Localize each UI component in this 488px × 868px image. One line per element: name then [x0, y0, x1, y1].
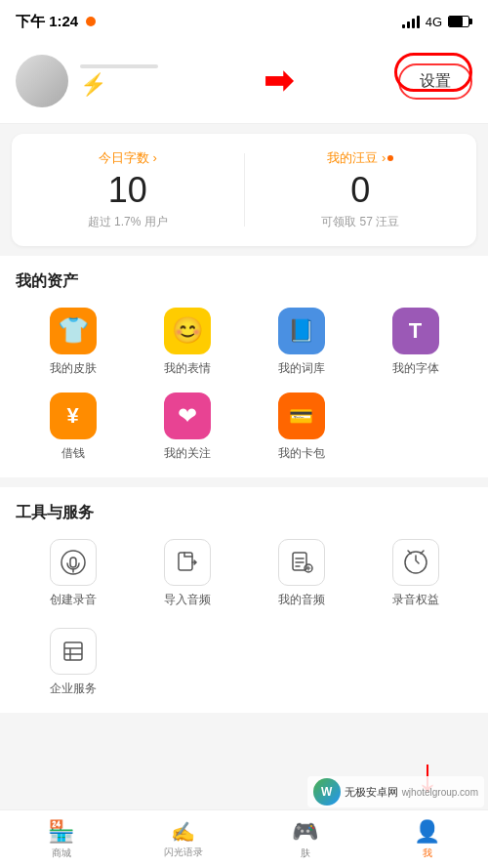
shop-label: 商城	[52, 847, 71, 860]
enterprise-label: 企业服务	[50, 681, 97, 697]
avatar[interactable]	[16, 55, 68, 107]
today-words-subtext: 超过 1.7% 用户	[88, 214, 168, 230]
asset-font[interactable]: T 我的字体	[358, 308, 472, 377]
status-bar: 下午 1:24 4G	[0, 0, 488, 43]
me-label: 我	[423, 847, 432, 860]
settings-button[interactable]: 设置	[398, 63, 472, 100]
create-recording-label: 创建录音	[50, 592, 97, 608]
tool-import-audio[interactable]: 导入音频	[130, 539, 244, 608]
svg-rect-3	[179, 553, 192, 570]
font-label: 我的字体	[392, 360, 439, 377]
battery-icon	[448, 16, 472, 27]
font-icon: T	[392, 308, 439, 354]
asset-wallet[interactable]: 💳 我的卡包	[244, 393, 358, 462]
wangdou-stat[interactable]: 我的汪豆 › 0 可领取 57 汪豆	[245, 149, 477, 230]
asset-follow[interactable]: ❤ 我的关注	[130, 393, 244, 462]
wangdou-value: 0	[350, 171, 370, 210]
lightning-icon: ⚡	[80, 72, 158, 98]
asset-dictionary[interactable]: 📘 我的词库	[244, 308, 358, 377]
red-right-arrow-icon: ➡	[264, 61, 293, 102]
asset-emoji[interactable]: 😊 我的表情	[130, 308, 244, 377]
svg-rect-12	[64, 642, 82, 660]
dictionary-label: 我的词库	[278, 360, 325, 377]
stats-card: 今日字数 › 10 超过 1.7% 用户 我的汪豆 › 0 可领取 57 汪豆	[12, 134, 476, 246]
recording-rights-label: 录音权益	[392, 592, 439, 608]
assets-title: 我的资产	[16, 271, 472, 292]
tools-grid: 创建录音 导入音频	[16, 539, 472, 697]
wangdou-label: 我的汪豆 ›	[327, 149, 393, 167]
create-recording-icon	[50, 539, 97, 586]
follow-label: 我的关注	[164, 445, 211, 462]
nav-shop[interactable]: 🏪 商城	[0, 819, 122, 860]
shop-icon: 🏪	[48, 819, 74, 845]
recording-rights-icon	[392, 539, 439, 586]
username-placeholder	[80, 64, 158, 68]
profile-left: ⚡	[16, 55, 158, 107]
bottom-nav: 🏪 商城 ✍️ 闪光语录 🎮 肤 👤 我	[0, 809, 488, 868]
me-icon: 👤	[414, 819, 440, 845]
profile-header: ⚡ ➡ 设置	[0, 43, 488, 124]
watermark-logo: W	[313, 778, 341, 806]
enterprise-icon	[50, 628, 97, 675]
network-label: 4G	[426, 15, 442, 29]
wallet-label: 我的卡包	[278, 445, 325, 462]
signal-icon	[402, 15, 420, 28]
follow-icon: ❤	[164, 393, 211, 439]
tool-create-recording[interactable]: 创建录音	[16, 539, 130, 608]
loan-label: 借钱	[61, 445, 85, 462]
tools-section: 工具与服务 创建录音 导入音频	[0, 487, 488, 713]
watermark-text: 无极安卓网	[345, 785, 398, 800]
watermark-url: wjhotelgroup.com	[402, 787, 478, 798]
wallet-icon: 💳	[278, 393, 325, 439]
status-indicators: 4G	[402, 15, 472, 29]
emoji-label: 我的表情	[164, 360, 211, 377]
tool-recording-rights[interactable]: 录音权益	[358, 539, 472, 608]
nav-me[interactable]: 👤 我	[366, 819, 488, 860]
loan-icon: ¥	[50, 393, 97, 439]
svg-rect-1	[70, 558, 76, 567]
today-words-value: 10	[108, 171, 147, 210]
skin-icon: 👕	[50, 308, 97, 354]
skin-nav-icon: 🎮	[292, 819, 318, 845]
dictionary-icon: 📘	[278, 308, 325, 354]
import-audio-label: 导入音频	[164, 592, 211, 608]
assets-section: 我的资产 👕 我的皮肤 😊 我的表情 📘 我的词库 T 我的字体 ¥ 借钱 ❤ …	[0, 256, 488, 477]
tool-enterprise[interactable]: 企业服务	[16, 628, 130, 697]
tool-my-audio[interactable]: 我的音频	[244, 539, 358, 608]
my-audio-icon	[278, 539, 325, 586]
nav-skin[interactable]: 🎮 肤	[244, 819, 366, 860]
watermark: W 无极安卓网 wjhotelgroup.com	[307, 776, 484, 807]
wangdou-dot	[387, 155, 393, 161]
nav-flashquote[interactable]: ✍️ 闪光语录	[122, 820, 244, 859]
flashquote-label: 闪光语录	[164, 846, 203, 859]
my-audio-label: 我的音频	[278, 592, 325, 608]
skin-nav-label: 肤	[301, 847, 310, 860]
tools-title: 工具与服务	[16, 503, 472, 523]
flashquote-icon: ✍️	[171, 820, 195, 844]
wangdou-subtext: 可领取 57 汪豆	[321, 214, 399, 230]
emoji-icon: 😊	[164, 308, 211, 354]
import-audio-icon	[164, 539, 211, 586]
status-time: 下午 1:24	[16, 13, 78, 31]
skin-label: 我的皮肤	[50, 360, 97, 377]
asset-loan[interactable]: ¥ 借钱	[16, 393, 130, 462]
today-words-label: 今日字数 ›	[99, 149, 157, 167]
username-area: ⚡	[80, 64, 158, 98]
status-notification-dot	[86, 17, 96, 26]
asset-placeholder	[358, 393, 472, 462]
today-words-stat[interactable]: 今日字数 › 10 超过 1.7% 用户	[12, 149, 244, 230]
asset-skin[interactable]: 👕 我的皮肤	[16, 308, 130, 377]
asset-grid: 👕 我的皮肤 😊 我的表情 📘 我的词库 T 我的字体 ¥ 借钱 ❤ 我的关注 …	[16, 308, 472, 462]
